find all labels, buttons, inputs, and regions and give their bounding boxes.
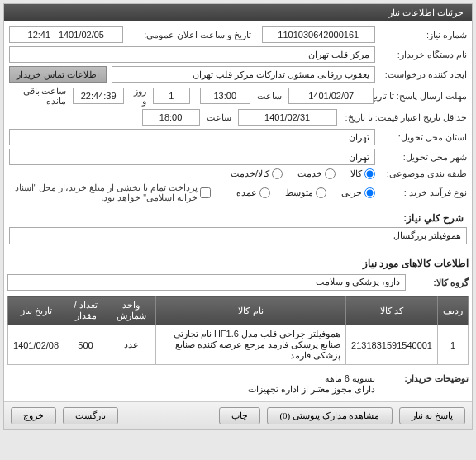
- day-and-label: روز و: [129, 86, 148, 106]
- cell-date: 1401/02/08: [8, 325, 64, 365]
- hour-label-1: ساعت: [255, 91, 283, 101]
- buyer-org-field: مرکز قلب تهران: [9, 46, 375, 63]
- footer-toolbar: پاسخ به نیاز مشاهده مدارک پیوستی (0) چاپ…: [4, 401, 472, 429]
- th-qty: تعداد / مقدار: [64, 296, 107, 325]
- delivery-province-label: استان محل تحویل:: [380, 132, 467, 143]
- days-left-field: 1: [153, 88, 189, 104]
- radio-both: کالا/خدمت: [231, 168, 283, 179]
- contact-info-button[interactable]: اطلاعات تماس خریدار: [9, 66, 107, 83]
- buyer-notes-section: توضیحات خریدار: تسویه 6 ماهه دارای مجوز …: [7, 373, 469, 395]
- radio-service-input[interactable]: [325, 168, 336, 179]
- remaining-label: ساعت باقی مانده: [9, 86, 68, 106]
- th-row: ردیف: [438, 296, 469, 325]
- attachments-button[interactable]: مشاهده مدارک پیوستی (0): [267, 407, 392, 424]
- table-row: 1 2131831591540001 هموفیلتر جراحی قلب مد…: [8, 325, 469, 365]
- radio-medium: متوسط: [285, 187, 326, 198]
- back-button[interactable]: بازگشت: [63, 407, 118, 424]
- items-info-title: اطلاعات کالاهای مورد نیاز: [4, 251, 472, 273]
- cell-qty: 500: [64, 325, 107, 365]
- cell-code: 2131831591540001: [346, 325, 438, 365]
- budget-class-group: کالا خدمت کالا/خدمت: [231, 168, 375, 179]
- need-number-label: شماره نیاز:: [380, 30, 467, 40]
- general-desc-title: شرح کلي نياز:: [9, 207, 467, 225]
- cell-unit: عدد: [107, 325, 155, 365]
- delivery-city-field: تهران: [9, 149, 375, 165]
- radio-major-input[interactable]: [259, 187, 270, 198]
- item-group-field: دارو، پزشکی و سلامت: [7, 274, 406, 291]
- respond-button[interactable]: پاسخ به نیاز: [399, 407, 466, 424]
- reply-deadline-label: مهلت ارسال پاسخ: تا تاریخ:: [378, 90, 467, 102]
- time-left-field: 22:44:39: [73, 88, 123, 104]
- th-unit: واحد شمارش: [107, 296, 155, 325]
- price-validity-label: حداقل تاریخ اعتبار قیمت: تا تاریخ:: [342, 111, 467, 123]
- delivery-province-field: تهران: [9, 129, 375, 145]
- radio-minor-input[interactable]: [364, 187, 375, 198]
- th-code: کد کالا: [346, 296, 438, 325]
- radio-medium-input[interactable]: [316, 187, 326, 198]
- buyer-notes-line2: دارای مجوز معتبر از اداره تجهیزات: [248, 384, 375, 395]
- form-body: شماره نیاز: 1101030642000161 تاریخ و ساع…: [4, 21, 472, 202]
- item-group-label: گروه کالا:: [411, 277, 469, 288]
- radio-service: خدمت: [298, 168, 336, 179]
- budget-class-label: طبقه بندی موضوعی:: [380, 168, 467, 179]
- need-details-panel: جزئیات اطلاعات نیاز شماره نیاز: 11010306…: [3, 3, 473, 430]
- buyer-notes-text: تسویه 6 ماهه دارای مجوز معتبر از اداره ت…: [248, 373, 375, 395]
- reply-time-field: 13:00: [200, 88, 250, 104]
- payment-treasury-check: پرداخت تمام یا بخشی از مبلغ خرید،از محل …: [9, 183, 211, 202]
- need-number-field: 1101030642000161: [262, 26, 376, 43]
- buyer-notes-line1: تسویه 6 ماهه: [248, 373, 375, 384]
- cell-row: 1: [438, 325, 469, 365]
- requester-field: یعقوب زرقانی مسئول تدارکات مرکز قلب تهرا…: [112, 66, 375, 83]
- th-date: تاریخ نیاز: [8, 296, 64, 325]
- panel-title: جزئیات اطلاعات نیاز: [4, 4, 472, 21]
- radio-minor: جزیی: [341, 187, 375, 198]
- radio-both-input[interactable]: [272, 168, 283, 179]
- delivery-city-label: شهر محل تحویل:: [380, 152, 467, 163]
- announce-datetime-label: تاریخ و ساعت اعلان عمومی:: [128, 30, 252, 40]
- cell-name: هموفیلتر جراحی قلب مدل HF1.6 نام تجارتی …: [155, 325, 345, 365]
- radio-goods: کالا: [350, 168, 375, 179]
- validity-date-field: 1401/02/31: [238, 109, 337, 126]
- hour-label-2: ساعت: [205, 112, 233, 122]
- items-table: ردیف کد کالا نام کالا واحد شمارش تعداد /…: [7, 296, 469, 365]
- buyer-org-label: نام دستگاه خریدار:: [380, 50, 467, 60]
- general-desc-section: شرح کلي نياز: هموفیلتر بزرگسال: [7, 206, 469, 248]
- th-name: نام کالا: [155, 296, 345, 325]
- print-button[interactable]: چاپ: [219, 407, 260, 424]
- close-button[interactable]: خروج: [11, 407, 56, 424]
- general-desc-field: هموفیلتر بزرگسال: [9, 227, 467, 244]
- validity-time-field: 18:00: [142, 109, 200, 126]
- requester-label: ایجاد کننده درخواست:: [380, 69, 467, 80]
- radio-major: عمده: [236, 187, 270, 198]
- purchase-type-group: جزیی متوسط عمده: [236, 187, 375, 198]
- payment-treasury-checkbox[interactable]: [200, 187, 211, 198]
- announce-datetime-field: 1401/02/05 - 12:41: [9, 26, 123, 43]
- buyer-notes-label: توضیحات خریدار:: [382, 373, 469, 395]
- radio-goods-input[interactable]: [364, 168, 375, 179]
- purchase-type-label: نوع فرآیند خرید :: [380, 187, 467, 198]
- reply-date-field: 1401/02/07: [288, 88, 374, 104]
